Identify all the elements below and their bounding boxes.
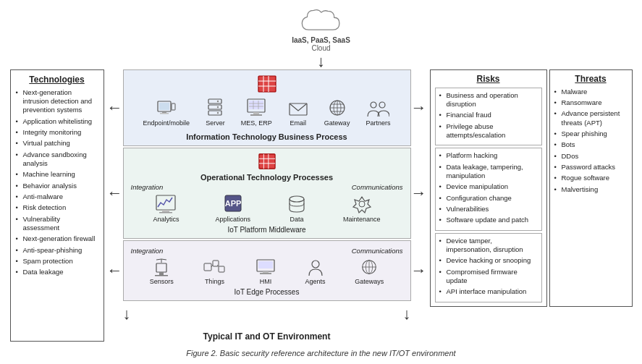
iot-sublabel: IoT Edge Processes [128, 288, 406, 296]
risk-item: Compromised firmware update [439, 268, 538, 286]
svg-point-58 [312, 261, 319, 268]
ot-firewall [128, 153, 406, 170]
it-icon-server: Server [206, 98, 225, 127]
risk-item: Business and operation disruption [439, 91, 538, 109]
svg-rect-45 [156, 263, 166, 272]
svg-rect-22 [253, 112, 259, 114]
risks-section-1: Business and operation disruption Financ… [435, 88, 542, 146]
svg-rect-33 [258, 153, 274, 168]
iot-icon-agents: Agents [305, 258, 326, 285]
ot-sublabel: IoT Platform Middleware [128, 226, 406, 234]
threat-item: Spear phishing [554, 130, 628, 138]
iot-arrow-left: ← [107, 240, 123, 301]
risk-item: Financial fraud [439, 111, 538, 119]
tech-item: Anti-spear-phishing [16, 246, 98, 255]
risks-section-2: Platform hacking Data leakage, tampering… [435, 148, 542, 230]
figure-caption: Figure 2. Basic security reference archi… [186, 349, 455, 357]
bottom-arrows: ↓ ↓ [107, 302, 427, 326]
technologies-title: Technologies [16, 75, 98, 85]
cloud-sublabel: Cloud [311, 44, 330, 52]
svg-point-15 [217, 111, 219, 113]
things-icon [203, 258, 226, 276]
svg-rect-38 [156, 195, 175, 210]
risk-item: Data leakage, tampering, manipulation [439, 163, 538, 181]
svg-rect-7 [162, 111, 166, 113]
ot-side-labels: Integration Communications [128, 182, 406, 191]
bottom-label: Typical IT and OT Environment [107, 331, 427, 342]
risk-item: API interface manipulation [439, 287, 538, 296]
technologies-panel: Technologies Next-generation intrusion d… [10, 69, 104, 342]
threat-item: Malvertising [554, 185, 628, 194]
agents-icon [305, 258, 326, 276]
iot-gateway-icon [360, 258, 379, 276]
it-icons-row: Endpoint/mobile [128, 95, 406, 130]
gateway-icon [327, 98, 347, 118]
svg-point-43 [290, 196, 304, 202]
it-icon-gateway: Gateway [324, 98, 350, 127]
cloud-icon [292, 7, 350, 36]
maintenance-icon [352, 194, 372, 214]
iot-layer-row: ← Integration Communications [107, 240, 427, 301]
partners-icon [366, 99, 389, 118]
svg-point-32 [379, 102, 385, 108]
tech-item: Advance sandboxing analysis [16, 151, 98, 169]
email-icon [288, 101, 308, 118]
svg-rect-6 [159, 103, 169, 110]
svg-rect-0 [258, 76, 276, 92]
sensors-icon [152, 258, 171, 276]
it-arrow-right: → [411, 69, 427, 146]
threat-item: Ransomware [554, 98, 628, 107]
svg-rect-17 [249, 101, 263, 109]
tech-item: Next-generation intrusion detection and … [16, 88, 98, 115]
iot-arrow-right: → [411, 240, 427, 301]
bottom-left-arrow: ↓ [123, 305, 131, 323]
iot-icon-hmi: HMI [255, 258, 276, 285]
threats-panel: Threats Malware Ransomware Advance persi… [549, 69, 633, 307]
iot-icons-row: Sensors Things [128, 255, 406, 288]
ot-layer: Operational Technology Processes Integra… [123, 148, 411, 239]
tech-item: Risk detection [16, 203, 98, 212]
ot-icon-maintenance: Maintenance [343, 194, 381, 223]
iot-icon-sensors: Sensors [150, 258, 174, 285]
svg-rect-49 [204, 263, 211, 271]
app-icon: APP [222, 194, 244, 214]
iot-icon-gateways: Gateways [355, 258, 384, 285]
iot-layer: Integration Communications [123, 240, 411, 301]
it-icon-partners: Partners [366, 99, 390, 127]
risks-panel: Risks Business and operation disruption … [430, 69, 547, 307]
technologies-list: Next-generation intrusion detection and … [16, 88, 98, 277]
tech-item: Data leakage [16, 268, 98, 276]
svg-rect-47 [155, 275, 168, 276]
svg-point-31 [371, 102, 376, 108]
it-title: Information Technology Business Process [128, 132, 406, 141]
risk-item: Privilege abuse attempts/escalation [439, 122, 538, 140]
ot-firewall-icon [258, 153, 276, 170]
ot-icon-analytics: Analytics [153, 194, 179, 223]
svg-rect-8 [160, 113, 169, 114]
svg-rect-10 [208, 99, 221, 103]
right-top: Risks Business and operation disruption … [430, 69, 633, 307]
ot-icons-row: Analytics APP Applications [128, 191, 406, 226]
svg-rect-46 [159, 272, 164, 275]
it-layer-row: ← [107, 69, 427, 146]
firewall-icon [257, 75, 277, 93]
svg-rect-11 [208, 105, 221, 109]
risk-item: Device tamper, impersonation, disruption [439, 237, 538, 255]
threat-item: Bots [554, 140, 628, 149]
ot-title: Operational Technology Processes [128, 173, 406, 182]
it-layer: Endpoint/mobile [123, 69, 411, 146]
tech-item: Next-generation firewall [16, 234, 98, 243]
analytics-icon [155, 194, 177, 214]
svg-rect-23 [250, 114, 262, 116]
threat-item: DDos [554, 152, 628, 161]
threat-item: Advance persistent threats (APT) [554, 109, 628, 127]
svg-rect-12 [208, 111, 221, 115]
it-firewall [128, 75, 406, 93]
cloud-area: IaaS, PaaS, SaaS Cloud [292, 7, 350, 52]
endpoint-icon [156, 99, 177, 118]
it-icon-email: Email [288, 101, 308, 127]
svg-rect-55 [258, 261, 273, 268]
svg-rect-9 [172, 103, 175, 110]
risk-item: Device manipulation [439, 182, 538, 191]
ot-arrow-right: → [411, 148, 427, 239]
